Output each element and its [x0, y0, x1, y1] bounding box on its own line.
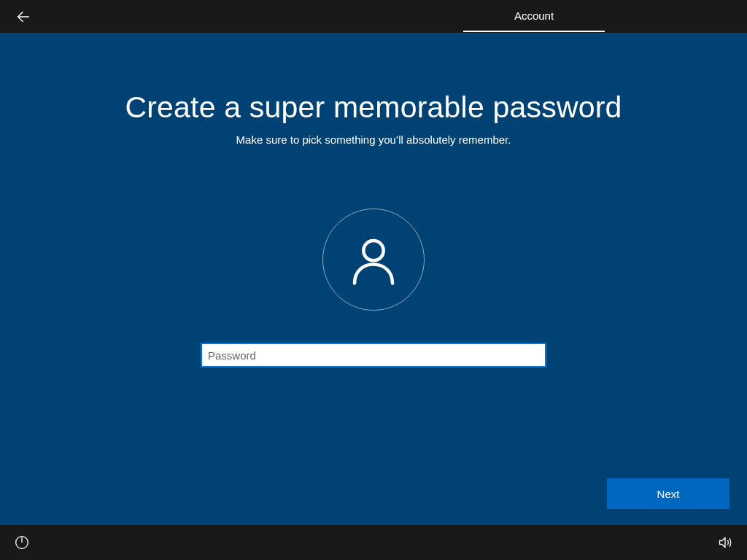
ease-of-access-button[interactable]	[13, 534, 31, 551]
back-arrow-icon	[15, 9, 31, 25]
avatar	[322, 209, 425, 311]
page-subtitle: Make sure to pick something you’ll absol…	[236, 133, 511, 146]
svg-point-1	[363, 241, 383, 260]
svg-marker-3	[720, 537, 726, 547]
back-button[interactable]	[12, 5, 35, 28]
ease-of-access-icon	[15, 535, 29, 550]
password-input[interactable]	[201, 343, 546, 368]
page-title: Create a super memorable password	[125, 90, 622, 125]
volume-button[interactable]	[716, 534, 734, 551]
step-tab-label: Account	[514, 9, 554, 22]
user-icon	[345, 231, 402, 288]
footer-bar	[0, 525, 747, 560]
step-tab-account[interactable]: Account	[463, 0, 605, 32]
next-button[interactable]: Next	[607, 478, 729, 509]
main-content: Create a super memorable password Make s…	[0, 34, 747, 525]
header-bar: Account	[0, 0, 747, 34]
volume-icon	[718, 535, 732, 550]
